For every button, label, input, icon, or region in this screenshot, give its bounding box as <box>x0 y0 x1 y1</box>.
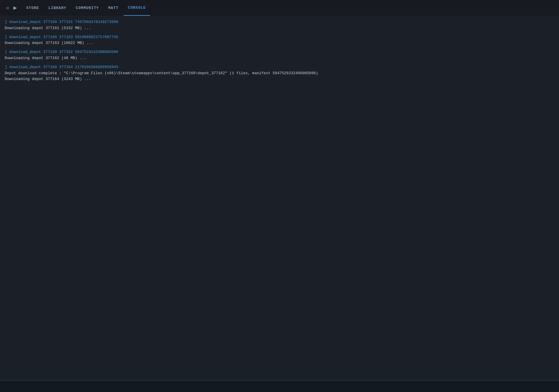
nav-matt[interactable]: MATT <box>104 0 123 16</box>
console-block-4: ] download_depot 377160 377164 217810636… <box>5 64 554 82</box>
command-line-2: ] download_depot 377160 377163 581908802… <box>5 34 554 40</box>
output-line-4-0: Depot download complete : "C:\Program Fi… <box>5 70 554 77</box>
output-line-2-0: Downloading depot 377163 (18022 MB) ... <box>5 40 554 46</box>
nav-console[interactable]: CONSOLE <box>124 0 150 16</box>
output-line-4-1: Downloading depot 377164 (3243 MB) ... <box>5 76 554 82</box>
nav-library[interactable]: LIBRARY <box>44 0 70 16</box>
nav-bar: ◀ ▶ STORE LIBRARY COMMUNITY MATT CONSOLE <box>0 0 559 16</box>
back-button[interactable]: ◀ <box>3 4 10 11</box>
nav-community[interactable]: COMMUNITY <box>72 0 103 16</box>
console-block-1: ] download_depot 377160 377161 749706937… <box>5 19 554 31</box>
output-line-1-0: Downloading depot 377161 (5332 MB) ... <box>5 25 554 31</box>
forward-button[interactable]: ▶ <box>12 4 19 11</box>
nav-store[interactable]: STORE <box>22 0 43 16</box>
console-block-2: ] download_depot 377160 377163 581908802… <box>5 34 554 47</box>
command-line-3: ] download_depot 377160 377162 584752923… <box>5 49 554 55</box>
console-input-bar <box>0 380 559 392</box>
console-input[interactable] <box>3 384 556 389</box>
nav-arrows: ◀ ▶ <box>3 4 19 11</box>
console-output: ] download_depot 377160 377161 749706937… <box>0 16 559 380</box>
command-line-1: ] download_depot 377160 377161 749706937… <box>5 19 554 25</box>
console-block-3: ] download_depot 377160 377162 584752923… <box>5 49 554 61</box>
output-line-3-0: Downloading depot 377162 (48 MB) ... <box>5 55 554 61</box>
command-line-4: ] download_depot 377160 377164 217810636… <box>5 64 554 70</box>
